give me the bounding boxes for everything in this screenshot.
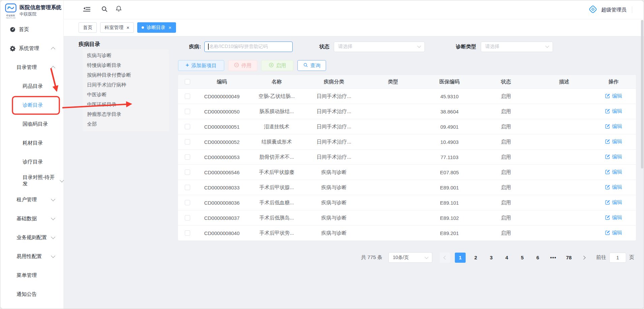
cell-status: 启用 [475,154,537,160]
disease-search-input[interactable]: 名称/ICD10编码/拼音助记码 [204,42,293,52]
edit-button[interactable]: 编辑 [605,138,622,145]
page-ellipsis[interactable]: ••• [548,253,559,263]
page-button-4[interactable]: 4 [501,253,512,263]
edit-button[interactable]: 编辑 [605,184,622,190]
sidebar-item-label: 诊疗目录 [23,159,43,165]
goto-label: 前往 [596,254,606,261]
edit-icon [605,139,610,144]
edit-button[interactable]: 编辑 [605,230,622,236]
row-checkbox[interactable] [185,200,190,205]
sidebar-item-tenant-management[interactable]: 租户管理 [0,190,63,209]
sidebar-item-catalog-management[interactable]: 目录管理 [0,58,63,77]
page-button-5[interactable]: 5 [517,253,528,263]
close-icon[interactable]: × [126,25,129,30]
sidebar-item-menu-management[interactable]: 菜单管理 [0,266,63,285]
row-checkbox[interactable] [185,154,190,160]
submenu-item-tcm-diagnosis[interactable]: 中医诊断 [83,90,169,100]
chevron-down-icon [60,178,64,182]
status-select[interactable]: 请选择 [334,42,425,52]
submenu-item-day-surgery[interactable]: 日间手术治疗病种 [83,80,169,90]
row-checkbox[interactable] [185,230,190,236]
prev-page-button[interactable] [440,253,450,263]
edit-button[interactable]: 编辑 [605,123,622,130]
page-size-value: 10条/页 [393,255,422,261]
cell-code: CD0000000050 [197,109,247,114]
add-item-button[interactable]: + 添加新项目 [178,60,224,71]
sidebar-item-notice[interactable]: 通知公告 [0,285,63,304]
next-page-button[interactable] [579,253,589,263]
row-checkbox[interactable] [185,170,190,175]
submenu-item-special-chronic[interactable]: 特慢病诊断目录 [83,60,169,70]
user-menu[interactable]: 超级管理员 [588,0,644,19]
diagnosis-type-select[interactable]: 请选择 [481,42,553,52]
query-button[interactable]: 查询 [297,60,326,71]
cell-insurance-code: E89.001 [424,185,475,190]
page-button-2[interactable]: 2 [470,253,481,263]
tab-department-management[interactable]: 科室管理× [100,22,134,33]
tab-home[interactable]: 首页 [79,22,97,33]
table-row: CD0000000050肠系膜动脉结...日间手术治疗...38.8604启用编… [178,104,636,119]
status-filter-label: 状态 [319,44,329,50]
table-header-row: 编码名称疾病分类类型医保编码状态描述操作 [178,75,636,88]
edit-button[interactable]: 编辑 [605,199,622,206]
sidebar-item-basic-data[interactable]: 基础数据 [0,209,63,228]
search-icon[interactable] [101,6,108,14]
app-logo: 经创智联 HEALTH LINK 医院信息管理系统 中联医院 [0,0,63,19]
sidebar-item-system-management[interactable]: 系统管理 [0,39,63,58]
edit-icon [605,108,610,114]
row-checkbox[interactable] [185,215,190,221]
cell-category: 日间手术治疗... [306,154,362,160]
edit-button[interactable]: 编辑 [605,154,622,160]
cell-category: 日间手术治疗... [306,139,362,145]
page-button-1[interactable]: 1 [455,253,466,263]
page-button-3[interactable]: 3 [486,253,497,263]
sidebar-item-treatment-catalog[interactable]: 诊疗目录 [0,152,63,171]
menu-fold-icon[interactable] [83,6,90,14]
vertical-scrollbar[interactable] [641,20,643,169]
table-row: CD0000008036手术后低血糖...疾病与诊断E89.101启用编辑 [178,195,636,210]
close-icon[interactable]: × [169,25,172,30]
sidebar-item-national-code-catalog[interactable]: 国临码目录 [0,114,63,133]
sidebar-item-catalog-compare[interactable]: 目录对照-待开发 [0,171,63,190]
edit-button[interactable]: 编辑 [605,108,622,114]
goto-page-input[interactable] [609,253,626,263]
sidebar-item-business-rules[interactable]: 业务规则配置 [0,228,63,247]
submenu-item-disease-and-diagnosis[interactable]: 疾病与诊断 [83,51,169,60]
row-checkbox[interactable] [185,124,190,129]
sidebar-item-home[interactable]: 首页 [0,20,63,39]
row-checkbox[interactable] [185,109,190,114]
edit-button[interactable]: 编辑 [605,93,622,99]
sidebar-item-usability-config[interactable]: 易用性配置 [0,247,63,266]
page-button-6[interactable]: 6 [532,253,543,263]
row-checkbox[interactable] [185,139,190,145]
submenu-item-tcm-syndrome[interactable]: 中医证候目录 [83,100,169,109]
edit-icon [605,124,610,129]
cell-status: 启用 [475,230,537,236]
text-caret [208,44,209,50]
sidebar-item-consumable-catalog[interactable]: 耗材目录 [0,133,63,152]
tab-diagnosis-catalog[interactable]: 诊断目录× [137,22,176,33]
select-all-checkbox[interactable] [185,79,190,84]
sidebar-item-drug-catalog[interactable]: 药品目录 [0,77,63,96]
cell-status: 启用 [475,200,537,206]
row-checkbox[interactable] [185,185,190,190]
page-size-select[interactable]: 10条/页 [388,252,432,263]
disable-button[interactable]: 停用 [228,60,257,71]
submenu-item-all[interactable]: 全部 [83,119,169,129]
cell-insurance-code: E89.201 [424,230,475,236]
edit-button[interactable]: 编辑 [605,214,622,221]
edit-button[interactable]: 编辑 [605,169,622,175]
sidebar-item-diagnosis-catalog[interactable]: 诊断目录 [0,96,63,114]
cell-name: 手术后甲状腺... [247,184,306,191]
cell-code: CD0000000051 [197,124,247,130]
row-checkbox[interactable] [185,94,190,99]
notification-bell-icon[interactable] [115,5,122,14]
submenu-item-tumor-morphology[interactable]: 肿瘤形态学目录 [83,109,169,119]
cell-name: 手术后低胰岛... [247,215,306,221]
table-row: CD0000008040手术后甲状旁...疾病与诊断E89.201启用编辑 [178,225,636,240]
total-count: 共 775 条 [361,254,382,261]
submenu-item-pay-by-disease[interactable]: 按病种目录付费诊断 [83,70,169,80]
enable-button[interactable]: 启用 [261,60,293,71]
page-button-78[interactable]: 78 [563,253,574,263]
cell-category: 日间手术治疗... [306,93,362,100]
